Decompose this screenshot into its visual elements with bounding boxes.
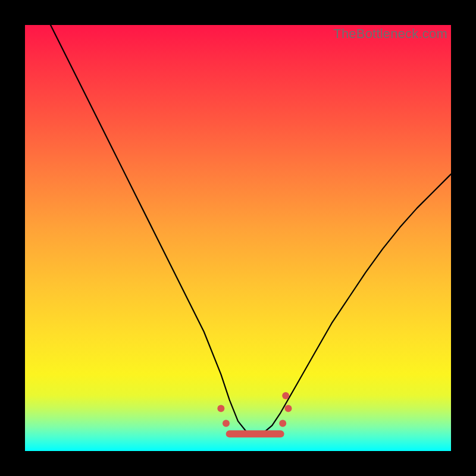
plot-area: TheBottleneck.com — [25, 25, 451, 451]
svg-point-4 — [282, 392, 289, 399]
svg-point-0 — [217, 405, 224, 412]
bottleneck-curve — [51, 25, 451, 434]
svg-point-2 — [279, 419, 286, 427]
curve-svg — [25, 25, 451, 451]
svg-point-3 — [284, 405, 292, 412]
svg-point-1 — [223, 419, 230, 427]
chart-frame: TheBottleneck.com — [0, 0, 476, 476]
